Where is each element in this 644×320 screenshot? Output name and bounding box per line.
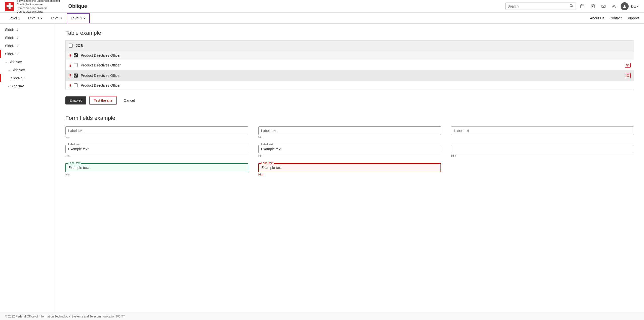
eye-button[interactable] xyxy=(625,63,631,68)
floating-label-6: Label text xyxy=(68,161,81,164)
footer: © 2022 Federal Office of Information Tec… xyxy=(0,312,644,320)
hint-text-6: Hint xyxy=(65,173,248,176)
drag-handle[interactable] xyxy=(69,54,71,57)
form-input-0[interactable] xyxy=(66,127,248,135)
test-site-button[interactable]: Test the site xyxy=(89,96,117,105)
table-row: Product Directives Officer xyxy=(66,81,634,90)
form-input-2[interactable] xyxy=(451,127,634,135)
svg-rect-13 xyxy=(592,6,593,7)
chevron-collapse-icon: ⌄ xyxy=(8,69,10,72)
search-icon-button[interactable] xyxy=(570,4,574,9)
svg-point-19 xyxy=(626,64,629,66)
nav-about-us[interactable]: About Us xyxy=(590,16,605,20)
enabled-button[interactable]: Enabled xyxy=(65,96,86,104)
sidebar-item-4[interactable]: SideNav xyxy=(0,50,55,58)
nav-item-level1-2[interactable]: Level 1 xyxy=(24,14,46,23)
field-wrapper: Label text xyxy=(258,145,441,153)
drag-handle[interactable] xyxy=(69,64,71,67)
table-cell-label: Product Directives Officer xyxy=(81,63,622,67)
sidebar-item-1[interactable]: SideNav xyxy=(0,26,55,34)
mail-icon-button[interactable] xyxy=(599,2,608,10)
form-input-3[interactable] xyxy=(66,145,248,153)
sidebar-item-3[interactable]: SideNav xyxy=(0,42,55,50)
search-input[interactable] xyxy=(508,4,570,8)
drag-handle[interactable] xyxy=(69,84,71,87)
calendar-icon xyxy=(580,4,585,9)
language-button[interactable]: DE xyxy=(631,4,639,8)
nav-support[interactable]: Support xyxy=(627,16,639,20)
footer-text: © 2022 Federal Office of Information Tec… xyxy=(5,315,125,318)
form-input-7[interactable] xyxy=(259,164,441,172)
sidebar-item-2[interactable]: SideNav xyxy=(0,34,55,42)
table-row-checkbox[interactable] xyxy=(74,63,78,67)
cancel-button[interactable]: Cancel xyxy=(120,96,139,104)
table-row-checkbox[interactable] xyxy=(74,53,78,57)
hint-text-5: Hint xyxy=(451,154,634,157)
table-row: Product Directives Officer xyxy=(66,51,634,60)
table-cell-label: Product Directives Officer xyxy=(81,74,622,78)
table-row-checkbox[interactable] xyxy=(74,74,78,78)
hint-text-4: Hint xyxy=(258,154,441,157)
lang-label: DE xyxy=(631,4,636,8)
field-wrapper xyxy=(65,126,248,135)
swiss-cross-icon xyxy=(5,2,14,11)
calendar2-icon xyxy=(591,4,595,9)
nav-item-level1-1[interactable]: Level 1 xyxy=(5,14,23,23)
chevron-right-icon: › xyxy=(8,85,9,88)
svg-rect-2 xyxy=(7,5,13,7)
table-column-job: JOB xyxy=(76,44,622,48)
form-field-empty xyxy=(451,163,634,176)
field-wrapper xyxy=(451,145,634,153)
field-wrapper xyxy=(258,126,441,135)
settings-icon xyxy=(612,4,616,9)
calendar2-icon-button[interactable] xyxy=(589,2,597,10)
app-title: Oblique xyxy=(64,3,87,9)
svg-rect-9 xyxy=(591,5,595,8)
form-input-5[interactable] xyxy=(451,145,634,153)
table-row: Product Directives Officer xyxy=(66,60,634,70)
search-icon xyxy=(570,4,574,8)
header-right: DE xyxy=(505,2,639,10)
form-section-title: Form fields example xyxy=(65,115,634,121)
hint-text-7: Hint xyxy=(258,173,441,176)
svg-point-15 xyxy=(613,6,615,7)
floating-label-4: Label text xyxy=(261,143,274,146)
sidebar-item-6[interactable]: ⌄ SideNav xyxy=(0,66,55,74)
field-wrapper-error: Label text xyxy=(258,163,441,172)
user-avatar-button[interactable] xyxy=(621,2,629,10)
nav-item-level1-3[interactable]: Level 1 xyxy=(47,14,66,23)
calendar-icon-button[interactable] xyxy=(578,2,586,10)
logo-text: Schweizerische Eidgenossenschaft Confédé… xyxy=(17,0,60,13)
table-row-checkbox[interactable] xyxy=(74,83,78,87)
floating-label-7: Label text xyxy=(261,161,274,164)
sidebar-item-5[interactable]: ⌄ SideNav xyxy=(0,58,55,66)
form-field-2 xyxy=(451,126,634,139)
eye-button[interactable] xyxy=(625,73,631,78)
eye-icon xyxy=(626,74,629,77)
svg-line-4 xyxy=(572,6,573,7)
form-input-4[interactable] xyxy=(259,145,441,153)
settings-icon-button[interactable] xyxy=(610,2,618,10)
form-field-1: Hint xyxy=(258,126,441,139)
search-box[interactable] xyxy=(505,3,576,10)
form-input-1[interactable] xyxy=(259,127,441,135)
sidebar-item-7[interactable]: SideNav xyxy=(0,74,55,82)
sidebar-item-8[interactable]: › SideNav xyxy=(0,82,55,90)
form-field-6: Label text Hint xyxy=(65,163,248,176)
nav-left: Level 1 Level 1 Level 1 Level 1 xyxy=(5,13,90,23)
drag-handle[interactable] xyxy=(69,74,71,77)
form-input-6[interactable] xyxy=(66,164,248,172)
logo-area: Schweizerische Eidgenossenschaft Confédé… xyxy=(5,0,60,13)
nav-contact[interactable]: Contact xyxy=(610,16,622,20)
user-icon xyxy=(623,4,627,8)
form-field-0: Hint xyxy=(65,126,248,139)
svg-point-16 xyxy=(624,5,625,6)
table-header-checkbox[interactable] xyxy=(69,44,73,48)
svg-rect-5 xyxy=(581,5,584,8)
form-field-7: Label text Hint xyxy=(258,163,441,176)
nav-item-level1-4[interactable]: Level 1 xyxy=(67,13,90,23)
form-fields-row1: Hint Hint xyxy=(65,126,634,139)
layout: SideNav SideNav SideNav SideNav ⌄ SideNa… xyxy=(0,24,644,312)
field-wrapper xyxy=(451,126,634,135)
action-bar: Enabled Test the site Cancel xyxy=(65,96,634,105)
